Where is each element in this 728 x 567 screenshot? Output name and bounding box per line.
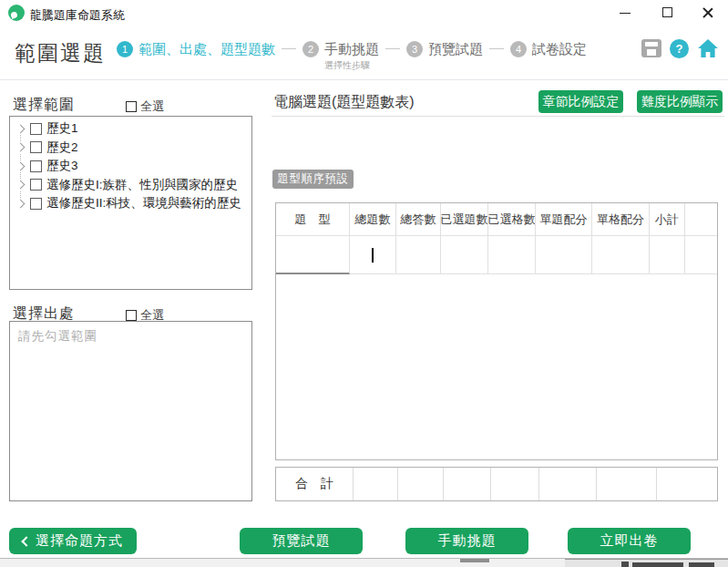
- step-separator: [489, 48, 504, 49]
- cell-points-per-question[interactable]: [536, 236, 592, 274]
- tree-item-elective2[interactable]: 選修歷史II:科技、環境與藝術的歷史: [10, 194, 251, 213]
- col-header-subtotal: 小計: [650, 203, 685, 236]
- back-to-method-button[interactable]: 選擇命題方式: [9, 528, 137, 554]
- step-3-preview[interactable]: 3 預覽試題: [406, 40, 483, 58]
- total-cell: [491, 468, 539, 500]
- range-select-all[interactable]: 全選: [126, 98, 164, 115]
- chevron-left-icon: [21, 536, 31, 546]
- maximize-button[interactable]: [653, 0, 682, 26]
- tree-item-elective1[interactable]: 選修歷史I:族群、性別與國家的歷史: [10, 176, 251, 195]
- back-button-label: 選擇命題方式: [36, 532, 123, 550]
- background-window-sliver: [565, 559, 728, 567]
- generate-paper-button[interactable]: 立即出卷: [568, 528, 691, 554]
- col-header-extra: [685, 203, 717, 236]
- table-data-row: [276, 236, 717, 274]
- step-4-paper-settings[interactable]: 4 試卷設定: [510, 40, 587, 58]
- col-header-points-per-question: 單題配分: [536, 203, 592, 236]
- total-label-cell: 合 計: [276, 468, 354, 500]
- total-cell: [539, 468, 597, 500]
- total-cell: [398, 468, 444, 500]
- tree-item-history1[interactable]: 歷史1: [10, 119, 251, 139]
- tree-item-label: 歷史2: [46, 139, 78, 156]
- background-window-text-sliver: [632, 562, 683, 567]
- step-1-range[interactable]: 1 範圍、出處、題型題數: [117, 40, 275, 58]
- col-header-total-answers: 總答數: [396, 203, 441, 236]
- tree-item-label: 選修歷史I:族群、性別與國家的歷史: [46, 177, 238, 193]
- step-2-circle: 2: [302, 41, 319, 57]
- cell-selected-questions[interactable]: [441, 236, 488, 274]
- cell-type[interactable]: [276, 236, 350, 274]
- help-icon[interactable]: ?: [670, 39, 689, 58]
- cell-selected-blanks[interactable]: [488, 236, 536, 274]
- page-header: 範圍選題 1 範圍、出處、題型題數 2 手動挑題 選擇性步驟 3 預覽試題: [0, 26, 728, 80]
- step-2-sublabel: 選擇性步驟: [324, 59, 379, 72]
- col-header-selected-blanks: 已選格數: [488, 203, 536, 236]
- chevron-right-icon[interactable]: [16, 180, 26, 190]
- tree-checkbox[interactable]: [30, 179, 42, 191]
- total-cell: [354, 468, 398, 500]
- total-cell: [597, 468, 657, 500]
- step-4-circle: 4: [510, 41, 527, 57]
- background-window-icon: [621, 562, 629, 567]
- step-4-label: 試卷設定: [532, 41, 587, 58]
- difficulty-ratio-button[interactable]: 難度比例顯示: [637, 90, 723, 113]
- question-type-table: 題 型 總題數 總答數 已選題數 已選格數 單題配分 單格配分 小計: [275, 202, 718, 460]
- preview-questions-button[interactable]: 預覽試題: [240, 528, 363, 554]
- home-icon[interactable]: [697, 38, 719, 58]
- minimize-icon: [620, 13, 631, 14]
- page-title: 範圍選題: [15, 39, 106, 67]
- range-select-all-checkbox[interactable]: [126, 101, 137, 112]
- range-select-all-label: 全選: [140, 98, 164, 115]
- manual-pick-button[interactable]: 手動挑題: [405, 528, 528, 554]
- col-header-total-questions: 總題數: [350, 203, 396, 236]
- chevron-right-icon[interactable]: [16, 199, 26, 208]
- app-logo-icon: [8, 5, 25, 21]
- range-panel-title: 選擇範圍: [13, 96, 75, 115]
- col-header-type: 題 型: [276, 203, 350, 236]
- total-cell: [444, 468, 491, 500]
- tree-checkbox[interactable]: [30, 123, 42, 135]
- col-header-points-per-blank: 單格配分: [592, 203, 650, 236]
- tree-item-label: 歷史3: [46, 158, 78, 174]
- chevron-right-icon[interactable]: [16, 143, 26, 152]
- step-separator: [385, 48, 400, 49]
- source-select-all-checkbox[interactable]: [126, 310, 137, 321]
- tree-item-label: 歷史1: [46, 120, 78, 137]
- cell-total-questions[interactable]: [350, 236, 396, 274]
- app-title: 龍騰題庫命題系統: [30, 7, 125, 24]
- tree-checkbox[interactable]: [30, 160, 42, 172]
- cell-total-answers[interactable]: [396, 236, 441, 274]
- table-header-row: 題 型 總題數 總答數 已選題數 已選格數 單題配分 單格配分 小計: [276, 203, 717, 236]
- type-order-preset-button[interactable]: 題型順序預設: [272, 170, 354, 189]
- maximize-icon: [662, 7, 672, 17]
- range-tree: 歷史1 歷史2 歷史3 選修歷史I:族群、性別與國家的歷史 選修歷史II:科技、…: [9, 116, 252, 290]
- chapter-ratio-button[interactable]: 章節比例設定: [538, 90, 623, 113]
- tree-item-label: 選修歷史II:科技、環境與藝術的歷史: [46, 195, 241, 211]
- step-indicator: 1 範圍、出處、題型題數 2 手動挑題 選擇性步驟 3 預覽試題 4 試卷設定: [117, 40, 587, 72]
- save-icon[interactable]: [641, 39, 661, 57]
- step-3-label: 預覽試題: [428, 41, 483, 58]
- cell-extra[interactable]: [685, 236, 717, 274]
- cell-points-per-blank[interactable]: [592, 236, 650, 274]
- step-separator: [282, 48, 296, 49]
- minimize-button[interactable]: [610, 0, 640, 26]
- text-cursor: [372, 248, 374, 263]
- close-button[interactable]: [693, 0, 723, 26]
- background-window-text-sliver: [689, 562, 714, 567]
- table-total-row: 合 計: [275, 467, 718, 501]
- step-2-manual-pick[interactable]: 2 手動挑題 選擇性步驟: [302, 40, 379, 72]
- chevron-right-icon[interactable]: [16, 161, 26, 170]
- cell-subtotal[interactable]: [650, 236, 685, 274]
- source-list: 請先勾選範圍: [9, 321, 252, 501]
- col-header-selected-questions: 已選題數: [441, 203, 488, 236]
- total-cell: [657, 468, 717, 500]
- tree-checkbox[interactable]: [30, 141, 42, 153]
- titlebar: 龍騰題庫命題系統: [0, 0, 728, 26]
- chevron-right-icon[interactable]: [16, 124, 26, 133]
- tree-checkbox[interactable]: [30, 198, 42, 210]
- tree-item-history2[interactable]: 歷史2: [10, 139, 251, 158]
- computer-select-title: 電腦選題(題型題數表): [273, 93, 415, 112]
- step-3-circle: 3: [406, 41, 423, 57]
- tree-item-history3[interactable]: 歷史3: [10, 157, 251, 176]
- step-2-label: 手動挑題: [324, 41, 379, 58]
